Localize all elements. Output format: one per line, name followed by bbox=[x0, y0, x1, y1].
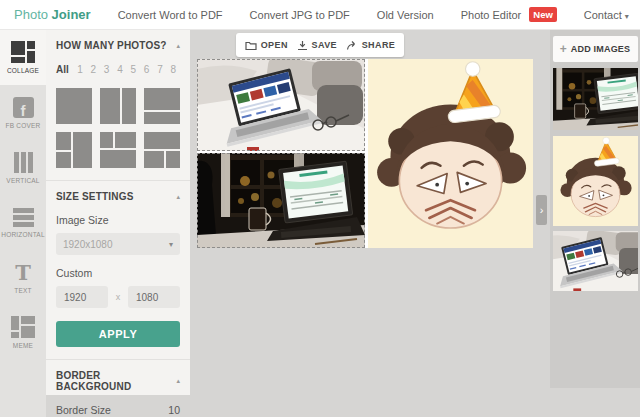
save-label: SAVE bbox=[312, 40, 337, 50]
collage-icon bbox=[11, 41, 35, 63]
layout-option-1[interactable] bbox=[56, 88, 92, 124]
apply-button[interactable]: APPLY bbox=[56, 321, 180, 347]
sidebar-item-horizontal[interactable]: HORIZONTAL bbox=[0, 195, 46, 250]
share-button[interactable]: SHARE bbox=[346, 40, 396, 51]
section-title: HOW MANY PHOTOS? bbox=[56, 40, 167, 51]
photo-bed-laptop-thumb bbox=[553, 231, 638, 291]
contact-label: Contact bbox=[584, 9, 622, 21]
section-title: SIZE SETTINGS bbox=[56, 191, 134, 202]
image-size-label: Image Size bbox=[56, 214, 180, 226]
border-background-header[interactable]: BORDER BACKGROUND ▴ bbox=[56, 370, 180, 392]
download-icon bbox=[297, 40, 308, 51]
chevron-up-icon: ▴ bbox=[176, 377, 180, 385]
left-icon-sidebar: COLLAGE f FB COVER VERTICAL HORIZONTAL T… bbox=[0, 30, 46, 417]
filter-7[interactable]: 7 bbox=[153, 64, 166, 75]
custom-width-input[interactable] bbox=[56, 286, 108, 308]
share-icon bbox=[346, 40, 358, 51]
border-background-section: BORDER BACKGROUND ▴ Border Size 10 bbox=[46, 359, 190, 417]
sidebar-item-fb-cover[interactable]: f FB COVER bbox=[0, 85, 46, 140]
meme-icon bbox=[11, 316, 35, 338]
select-caret-icon: ▾ bbox=[169, 240, 173, 249]
settings-panel: HOW MANY PHOTOS? ▴ All 1 2 3 4 5 6 7 8 bbox=[46, 30, 190, 395]
chevron-up-icon: ▴ bbox=[176, 193, 180, 201]
size-settings-header[interactable]: SIZE SETTINGS ▴ bbox=[56, 191, 180, 202]
share-label: SHARE bbox=[362, 40, 396, 50]
open-button[interactable]: OPEN bbox=[245, 40, 288, 51]
sidebar-item-text[interactable]: T TEXT bbox=[0, 250, 46, 305]
app-logo[interactable]: Photo Joiner bbox=[14, 7, 91, 22]
filter-2[interactable]: 2 bbox=[87, 64, 100, 75]
layout-option-4[interactable] bbox=[56, 132, 92, 168]
sidebar-item-vertical[interactable]: VERTICAL bbox=[0, 140, 46, 195]
filter-1[interactable]: 1 bbox=[73, 64, 86, 75]
filter-6[interactable]: 6 bbox=[140, 64, 153, 75]
collage-cell-bed-photo[interactable] bbox=[197, 59, 365, 151]
panel-expand-handle[interactable]: › bbox=[536, 195, 547, 225]
sidebar-label: VERTICAL bbox=[6, 177, 39, 184]
how-many-photos-section: HOW MANY PHOTOS? ▴ All 1 2 3 4 5 6 7 8 bbox=[46, 30, 190, 180]
photo-desk-laptop-thumb bbox=[553, 68, 638, 130]
border-size-label: Border Size bbox=[56, 404, 111, 416]
image-size-select[interactable]: 1920x1080 ▾ bbox=[56, 233, 180, 255]
filter-3[interactable]: 3 bbox=[100, 64, 113, 75]
filter-8[interactable]: 8 bbox=[167, 64, 180, 75]
layout-option-3[interactable] bbox=[144, 88, 180, 124]
filter-all[interactable]: All bbox=[56, 64, 73, 75]
filter-4[interactable]: 4 bbox=[113, 64, 126, 75]
how-many-photos-header[interactable]: HOW MANY PHOTOS? ▴ bbox=[56, 40, 180, 51]
nav-convert-word-to-pdf[interactable]: Convert Word to PDF bbox=[118, 9, 223, 21]
facebook-icon: f bbox=[13, 97, 34, 118]
sidebar-label: COLLAGE bbox=[7, 67, 39, 74]
chevron-right-icon: › bbox=[540, 204, 544, 216]
photo-bed-laptop bbox=[197, 59, 365, 151]
custom-height-input[interactable] bbox=[128, 286, 180, 308]
sidebar-label: TEXT bbox=[14, 287, 31, 294]
cartoon-face-image bbox=[368, 59, 533, 248]
photo-desk-laptop bbox=[197, 153, 365, 248]
collage-cell-desk-photo[interactable] bbox=[197, 153, 365, 248]
tray-thumbnail-cartoon[interactable] bbox=[553, 136, 638, 226]
canvas-toolbar: OPEN SAVE SHARE bbox=[236, 33, 404, 57]
tray-thumbnail-bed-photo[interactable] bbox=[553, 231, 638, 291]
photojoiner-app: Photo Joiner Convert Word to PDF Convert… bbox=[0, 0, 640, 417]
section-title: BORDER BACKGROUND bbox=[56, 370, 176, 392]
text-icon: T bbox=[15, 262, 31, 283]
top-navbar: Photo Joiner Convert Word to PDF Convert… bbox=[0, 0, 640, 30]
sidebar-label: MEME bbox=[13, 342, 33, 349]
open-label: OPEN bbox=[261, 40, 288, 50]
nav-old-version[interactable]: Old Version bbox=[377, 9, 434, 21]
nav-contact[interactable]: Contact▾ bbox=[584, 9, 629, 21]
logo-part-2: Joiner bbox=[52, 7, 91, 22]
sidebar-item-meme[interactable]: MEME bbox=[0, 305, 46, 360]
collage-canvas bbox=[197, 59, 533, 248]
add-images-button[interactable]: + ADD IMAGES bbox=[553, 36, 638, 62]
chevron-up-icon: ▴ bbox=[176, 42, 180, 50]
layout-option-5[interactable] bbox=[100, 132, 136, 168]
add-images-label: ADD IMAGES bbox=[571, 44, 631, 54]
plus-icon: + bbox=[560, 42, 567, 56]
border-size-row: Border Size 10 bbox=[56, 404, 180, 416]
photo-count-filters: All 1 2 3 4 5 6 7 8 bbox=[56, 64, 180, 75]
logo-part-1: Photo bbox=[14, 7, 48, 22]
sidebar-label: HORIZONTAL bbox=[1, 231, 44, 238]
tray-thumbnail-desk-photo[interactable] bbox=[553, 68, 638, 130]
sidebar-item-collage[interactable]: COLLAGE bbox=[0, 30, 46, 85]
save-button[interactable]: SAVE bbox=[297, 40, 337, 51]
vertical-bars-icon bbox=[14, 152, 33, 173]
folder-icon bbox=[245, 40, 257, 51]
filter-5[interactable]: 5 bbox=[127, 64, 140, 75]
border-size-value: 10 bbox=[168, 404, 180, 416]
layout-option-6[interactable] bbox=[144, 132, 180, 168]
dimension-separator: x bbox=[108, 292, 128, 302]
layout-option-2[interactable] bbox=[100, 88, 136, 124]
collage-cell-cartoon[interactable] bbox=[368, 59, 533, 248]
layout-options-grid bbox=[56, 88, 180, 168]
nav-convert-jpg-to-pdf[interactable]: Convert JPG to PDF bbox=[250, 9, 350, 21]
nav-photo-editor[interactable]: Photo Editor bbox=[461, 9, 522, 21]
custom-size-row: x bbox=[56, 286, 180, 308]
horizontal-bars-icon bbox=[13, 208, 34, 227]
caret-down-icon: ▾ bbox=[625, 12, 629, 21]
new-badge: New bbox=[529, 7, 557, 22]
custom-label: Custom bbox=[56, 267, 180, 279]
images-tray: + ADD IMAGES bbox=[550, 30, 640, 388]
